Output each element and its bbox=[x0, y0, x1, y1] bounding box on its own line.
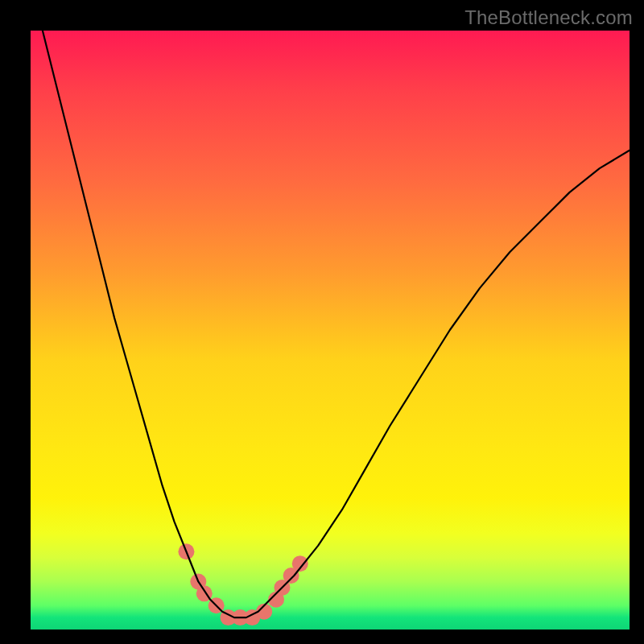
plot-area bbox=[31, 31, 630, 630]
bottleneck-curve bbox=[31, 0, 630, 617]
chart-svg bbox=[31, 31, 630, 630]
bottleneck-highlight-dots bbox=[178, 543, 308, 625]
watermark-text: TheBottleneck.com bbox=[464, 6, 633, 29]
chart-frame: TheBottleneck.com bbox=[0, 0, 644, 644]
